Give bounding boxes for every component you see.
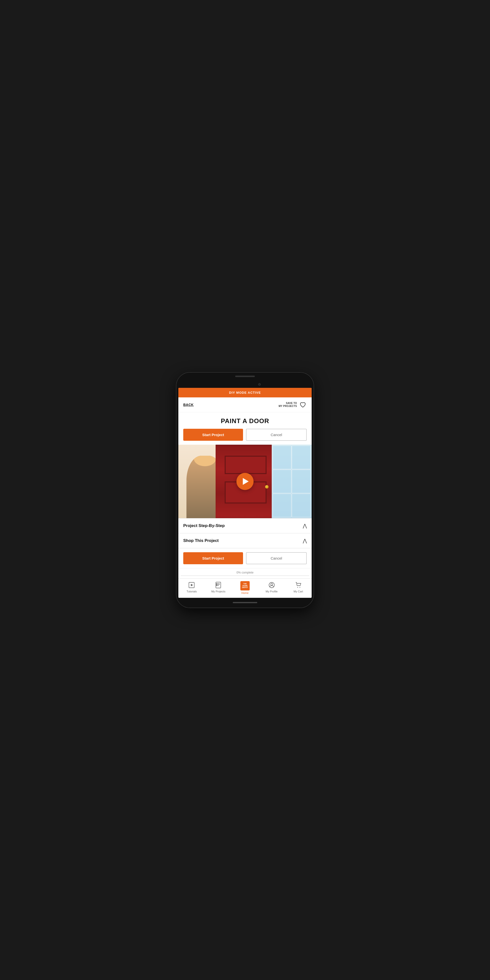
window-pane	[292, 494, 311, 517]
my-profile-icon	[268, 581, 275, 589]
svg-point-7	[216, 584, 217, 585]
home-depot-logo-text: THEHOMEDEPOT	[242, 583, 248, 589]
step-by-step-label: Project Step-By-Step	[183, 523, 225, 528]
home-indicator	[233, 602, 257, 603]
svg-point-6	[216, 583, 217, 584]
window-pane	[292, 470, 311, 493]
nav-item-my-cart[interactable]: My Cart	[291, 581, 306, 594]
start-project-button-bottom[interactable]: Start Project	[183, 552, 243, 564]
door-panel-top	[225, 456, 267, 474]
my-cart-icon	[294, 581, 302, 589]
phone-notch	[225, 381, 265, 388]
svg-point-12	[299, 587, 300, 587]
my-profile-label: My Profile	[266, 590, 278, 593]
save-label: SAVE TOMY PROJECTS	[278, 402, 297, 408]
my-projects-label: My Projects	[211, 590, 225, 593]
my-projects-icon	[215, 581, 222, 589]
door-knob	[265, 485, 269, 488]
person-head	[194, 456, 216, 466]
project-title: PAINT A DOOR	[183, 417, 307, 425]
bottom-navigation: Tutorials	[178, 578, 312, 598]
phone-camera-area	[177, 380, 313, 388]
phone-top-bezel	[177, 373, 313, 380]
header-nav: BACK SAVE TOMY PROJECTS	[178, 398, 312, 412]
window-pane	[273, 445, 291, 469]
cancel-button-top[interactable]: Cancel	[246, 429, 307, 441]
nav-item-my-profile[interactable]: My Profile	[264, 581, 279, 594]
start-project-button-top[interactable]: Start Project	[183, 429, 243, 441]
window-pane	[273, 494, 291, 517]
tutorials-icon	[188, 581, 196, 589]
phone-screen: DIY MODE ACTIVE BACK SAVE TOMY PROJECTS …	[178, 388, 312, 598]
svg-point-11	[297, 587, 298, 587]
project-title-area: PAINT A DOOR	[178, 412, 312, 429]
diy-mode-banner: DIY MODE ACTIVE	[178, 388, 312, 398]
svg-rect-2	[216, 582, 221, 588]
top-action-buttons: Start Project Cancel	[178, 429, 312, 445]
back-button[interactable]: BACK	[183, 403, 194, 407]
progress-text: 0% complete	[181, 571, 309, 574]
window-pane	[273, 470, 291, 493]
progress-bar-background	[181, 575, 309, 576]
save-to-projects[interactable]: SAVE TOMY PROJECTS	[278, 401, 307, 409]
cancel-button-bottom[interactable]: Cancel	[246, 552, 307, 564]
phone-bottom-bezel	[177, 598, 313, 608]
chevron-up-icon: ⋀	[303, 523, 307, 529]
svg-point-10	[271, 583, 273, 585]
heart-icon[interactable]	[299, 401, 307, 409]
chevron-up-icon-2: ⋀	[303, 538, 307, 544]
nav-item-tutorials[interactable]: Tutorials	[184, 581, 199, 594]
phone-frame: DIY MODE ACTIVE BACK SAVE TOMY PROJECTS …	[177, 373, 313, 608]
svg-marker-1	[191, 584, 193, 586]
window-area	[272, 445, 312, 518]
shop-this-project-label: Shop This Project	[183, 538, 219, 543]
tutorials-label: Tutorials	[187, 590, 197, 593]
bottom-action-buttons: Start Project Cancel	[178, 548, 312, 568]
phone-speaker	[235, 375, 255, 377]
my-cart-label: My Cart	[294, 590, 303, 593]
nav-item-home[interactable]: THEHOMEDEPOT Home	[238, 581, 252, 594]
camera-dot	[258, 383, 261, 386]
window-pane	[292, 445, 311, 469]
home-depot-logo: THEHOMEDEPOT	[240, 581, 250, 590]
nav-item-my-projects[interactable]: My Projects	[211, 581, 226, 594]
window-grid	[272, 445, 312, 518]
play-triangle-icon	[243, 478, 249, 485]
progress-area: 0% complete	[178, 568, 312, 578]
play-button[interactable]	[236, 473, 254, 490]
video-area[interactable]	[178, 445, 312, 518]
home-label: Home	[241, 592, 248, 594]
step-by-step-accordion[interactable]: Project Step-By-Step ⋀	[178, 518, 312, 533]
page-wrapper: DIY MODE ACTIVE BACK SAVE TOMY PROJECTS …	[152, 358, 338, 622]
shop-this-project-accordion[interactable]: Shop This Project ⋀	[178, 533, 312, 548]
svg-point-8	[216, 585, 217, 586]
